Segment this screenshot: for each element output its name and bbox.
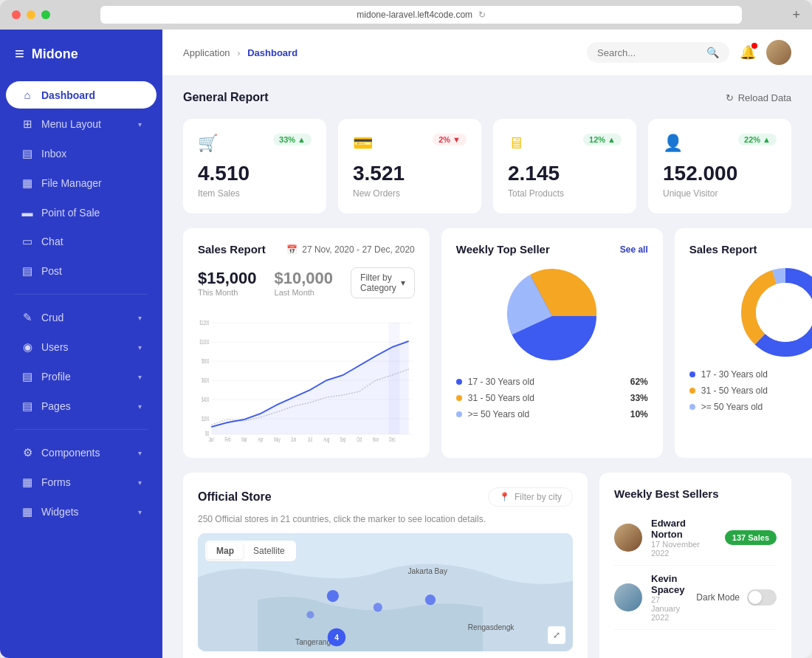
general-report-title: General Report xyxy=(183,91,269,104)
post-icon: ▤ xyxy=(21,264,34,278)
date-range: 📅 27 Nov, 2020 - 27 Dec, 2020 xyxy=(286,244,415,255)
stat-card-header: 🖥 12% ▲ xyxy=(508,134,622,153)
breadcrumb-current: Dashboard xyxy=(247,47,297,58)
sidebar-item-profile[interactable]: ▤ Profile ▾ xyxy=(6,363,156,391)
seller-info: Edward Norton 17 November 2022 xyxy=(651,518,716,558)
sidebar-item-forms[interactable]: ▦ Forms ▾ xyxy=(6,468,156,496)
expand-map-button[interactable]: ⤢ xyxy=(548,626,565,644)
sales-stats: $15,000 This Month $10,000 Last Month Fi… xyxy=(198,267,415,298)
line-chart: $1200 $1000 $800 $600 $400 $200 $0 xyxy=(198,310,415,443)
notification-button[interactable]: 🔔 xyxy=(740,44,756,61)
legend-label-text: >= 50 Years old xyxy=(468,409,529,419)
sidebar-item-label: Crud xyxy=(41,312,63,323)
filter-by-city[interactable]: 📍 Filter by city xyxy=(488,487,573,507)
sales-report-title: Sales Report xyxy=(198,243,266,256)
sidebar-item-pages[interactable]: ▤ Pages ▾ xyxy=(6,392,156,420)
svg-text:Oct: Oct xyxy=(357,436,362,443)
sidebar-navigation: ⌂ Dashboard ⊞ Menu Layout ▾ ▤ Inbox ▦ F xyxy=(0,81,162,526)
stat-card-total-products: 🖥 12% ▲ 2.145 Total Products xyxy=(493,119,636,213)
arrow-up-icon: ▲ xyxy=(763,135,771,144)
official-store-title: Official Store xyxy=(198,490,272,504)
weekly-best-sellers-card: Weekly Best Sellers Edward Norton 17 Nov… xyxy=(599,473,791,658)
svg-point-37 xyxy=(425,594,436,605)
weekly-top-seller-card: Weekly Top Seller See all xyxy=(441,228,663,458)
expand-icon: ⤢ xyxy=(553,630,560,640)
seller-item: Kevin Spacey 27 January 2022 Dark Mode xyxy=(614,566,777,630)
donut-chart-visual xyxy=(689,264,812,360)
chevron-down-icon: ▾ xyxy=(138,508,142,516)
stat-label-total-products: Total Products xyxy=(508,188,622,199)
date-range-text: 27 Nov, 2020 - 27 Dec, 2020 xyxy=(302,244,415,255)
sidebar-item-dashboard[interactable]: ⌂ Dashboard xyxy=(6,81,156,109)
map-tab-satellite[interactable]: Satellite xyxy=(244,543,294,559)
weekly-top-seller-see-all[interactable]: See all xyxy=(620,244,648,255)
user-icon: 👤 xyxy=(663,134,683,153)
sidebar-item-users[interactable]: ◉ Users ▾ xyxy=(6,333,156,361)
svg-text:$800: $800 xyxy=(202,357,209,365)
svg-text:Jun: Jun xyxy=(291,436,296,443)
search-box[interactable]: 🔍 xyxy=(587,42,729,63)
minimize-button[interactable] xyxy=(27,10,35,19)
map-tab-map[interactable]: Map xyxy=(207,543,243,559)
breadcrumb-parent: Application xyxy=(183,47,230,58)
filter-category-select[interactable]: Filter by Category ▾ xyxy=(351,267,415,298)
sidebar-item-chat[interactable]: ▭ Chat xyxy=(6,227,156,256)
legend-label-text: 31 - 50 Years old xyxy=(701,385,768,396)
general-report-header: General Report ↻ Reload Data xyxy=(183,91,791,104)
crud-icon: ✎ xyxy=(21,311,34,324)
reload-label: Reload Data xyxy=(738,92,791,103)
dark-mode-toggle: Dark Mode xyxy=(696,589,777,606)
url-bar[interactable]: midone-laravel.left4code.com ↻ xyxy=(100,6,742,24)
reload-icon[interactable]: ↻ xyxy=(478,10,486,20)
search-input[interactable] xyxy=(597,47,701,58)
users-icon: ◉ xyxy=(21,340,34,354)
stat-badge-item-sales: 33% ▲ xyxy=(273,134,312,145)
page-body: General Report ↻ Reload Data 🛒 33% xyxy=(162,76,812,658)
sidebar-item-label: Inbox xyxy=(41,148,66,160)
inbox-icon: ▤ xyxy=(21,147,34,160)
stat-badge-unique-visitor: 22% ▲ xyxy=(738,134,777,145)
sidebar-item-components[interactable]: ⚙ Components ▾ xyxy=(6,439,156,467)
avatar[interactable] xyxy=(766,40,791,65)
svg-text:Nov: Nov xyxy=(373,436,379,443)
legend-item: >= 50 Years old 10% xyxy=(689,402,812,412)
close-button[interactable] xyxy=(12,10,21,19)
svg-text:Feb: Feb xyxy=(225,436,231,443)
header: Application › Dashboard 🔍 🔔 xyxy=(162,30,812,76)
sidebar-item-label: Pages xyxy=(41,400,71,412)
svg-text:Dec: Dec xyxy=(389,436,395,443)
sidebar-item-inbox[interactable]: ▤ Inbox xyxy=(6,140,156,168)
sidebar-item-point-of-sale[interactable]: ▬ Point of Sale xyxy=(6,199,156,226)
stat-card-header: 💳 2% ▼ xyxy=(353,134,467,153)
sidebar-item-file-manager[interactable]: ▦ File Manager xyxy=(6,169,156,197)
sales-card-header: Sales Report 📅 27 Nov, 2020 - 27 Dec, 20… xyxy=(198,243,415,256)
svg-text:Aug: Aug xyxy=(323,436,329,443)
credit-card-icon: 💳 xyxy=(353,134,373,153)
chat-icon: ▭ xyxy=(21,235,34,248)
sidebar-item-widgets[interactable]: ▦ Widgets ▾ xyxy=(6,498,156,526)
chevron-down-icon: ▾ xyxy=(138,373,142,381)
new-tab-button[interactable]: + xyxy=(792,7,800,23)
dark-mode-switch[interactable] xyxy=(747,589,777,606)
components-icon: ⚙ xyxy=(21,446,34,459)
chart-area: $1200 $1000 $800 $600 $400 $200 $0 xyxy=(198,310,415,443)
pie-chart-legend: 17 - 30 Years old 62% 31 - 50 Years old … xyxy=(456,377,648,419)
filter-city-label: Filter by city xyxy=(515,492,562,502)
svg-text:$200: $200 xyxy=(202,415,209,422)
sidebar-divider-2 xyxy=(15,429,148,430)
sidebar-item-post[interactable]: ▤ Post xyxy=(6,257,156,285)
reload-button[interactable]: ↻ Reload Data xyxy=(726,92,791,103)
seller-avatar xyxy=(614,583,642,611)
stat-cards: 🛒 33% ▲ 4.510 Item Sales 💳 xyxy=(183,119,791,213)
maximize-button[interactable] xyxy=(41,10,50,19)
sidebar-item-menu-layout[interactable]: ⊞ Menu Layout ▾ xyxy=(6,110,156,138)
sales-report-card: Sales Report 📅 27 Nov, 2020 - 27 Dec, 20… xyxy=(183,228,430,458)
pages-icon: ▤ xyxy=(21,400,34,413)
widgets-icon: ▦ xyxy=(21,505,34,518)
badge-value: 2% xyxy=(438,135,450,144)
pie-chart-visual xyxy=(456,264,648,368)
file-manager-icon: ▦ xyxy=(21,177,34,190)
home-icon: ⌂ xyxy=(21,89,34,101)
sidebar-item-crud[interactable]: ✎ Crud ▾ xyxy=(6,304,156,332)
store-subtitle: 250 Official stores in 21 countries, cli… xyxy=(198,514,573,524)
